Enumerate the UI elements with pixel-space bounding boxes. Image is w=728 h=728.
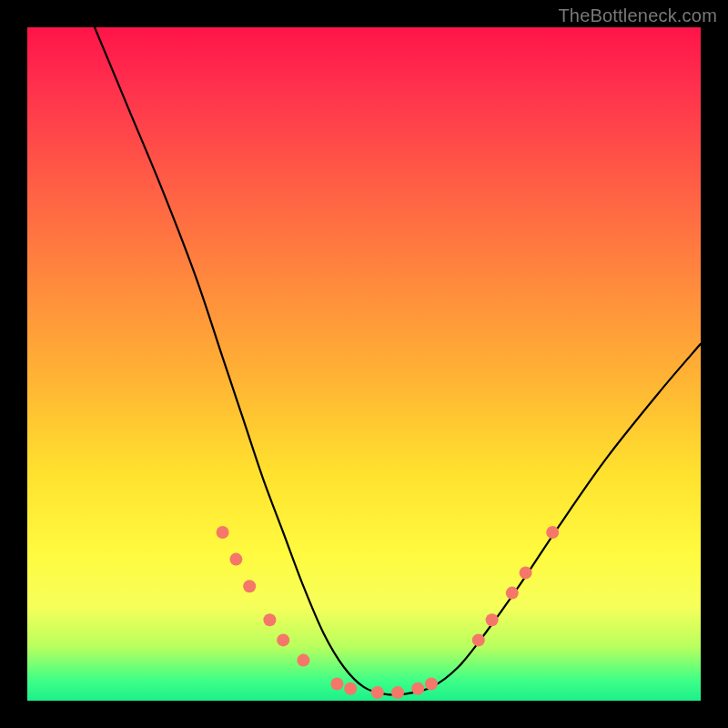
marker-dot	[391, 686, 404, 699]
marker-dot	[330, 678, 343, 691]
curve-layer	[27, 27, 701, 701]
marker-dot	[263, 613, 276, 626]
marker-dot	[472, 633, 485, 646]
marker-dot	[217, 526, 229, 539]
marker-dot	[411, 682, 424, 695]
watermark-text: TheBottleneck.com	[558, 5, 717, 26]
marker-dot	[506, 587, 519, 600]
marker-dot	[229, 553, 242, 566]
marker-dot	[520, 566, 532, 579]
marker-dot	[243, 580, 256, 592]
marker-dot	[425, 678, 438, 691]
chart-frame: TheBottleneck.com	[0, 0, 728, 728]
marker-dot	[344, 682, 357, 695]
marker-dot	[546, 526, 559, 539]
bottleneck-curve	[95, 27, 701, 695]
marker-dot	[371, 686, 384, 699]
marker-dot	[297, 654, 309, 667]
marker-dot	[277, 633, 289, 646]
plot-area	[27, 27, 701, 701]
highlighted-points	[217, 526, 560, 699]
marker-dot	[486, 613, 499, 626]
